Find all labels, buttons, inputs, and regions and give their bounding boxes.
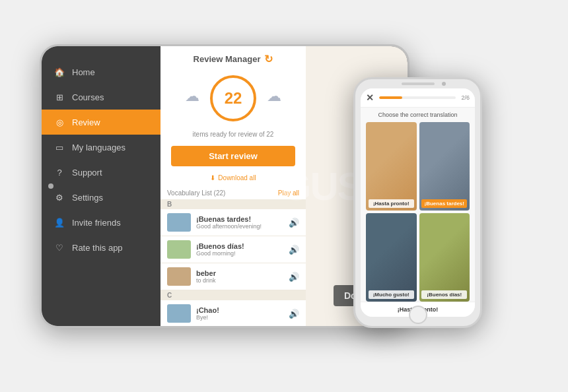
photo-card-label-2: ¡Buenas tardes! bbox=[421, 199, 467, 208]
sidebar-label-settings: Settings bbox=[72, 193, 103, 203]
vocab-word-4: ¡Chao! bbox=[196, 306, 283, 314]
cloud-right-icon: ☁ bbox=[267, 88, 281, 105]
review-manager-header: Review Manager ↻ bbox=[160, 46, 306, 69]
review-count: 22 bbox=[225, 89, 242, 108]
tablet-home-button[interactable] bbox=[48, 183, 53, 189]
vocab-word-3: beber bbox=[196, 269, 283, 277]
support-icon: ? bbox=[53, 166, 65, 178]
play-all-button[interactable]: Play all bbox=[278, 189, 299, 197]
phone-speaker bbox=[402, 82, 435, 85]
download-icon: ⬇ bbox=[210, 174, 215, 181]
photo-card-label-3: ¡Mucho gusto! bbox=[369, 290, 414, 299]
review-panel: Review Manager ↻ ☁ 22 ☁ items ready for … bbox=[160, 46, 306, 326]
phone: ✕ 2/6 Choose the correct translation ¡Ha… bbox=[353, 77, 482, 328]
sidebar-item-review[interactable]: ◎ Review bbox=[42, 110, 160, 135]
vocab-translation-4: Bye! bbox=[196, 314, 283, 321]
close-button[interactable]: ✕ bbox=[366, 92, 374, 103]
sidebar-label-review: Review bbox=[72, 117, 100, 127]
phone-screen: ✕ 2/6 Choose the correct translation ¡Ha… bbox=[361, 88, 475, 317]
review-icon: ◎ bbox=[53, 116, 65, 128]
sidebar-item-invite-friends[interactable]: 👤 Invite friends bbox=[42, 210, 160, 235]
sidebar-item-courses[interactable]: ⊞ Courses bbox=[42, 84, 160, 110]
photo-card-buenas-tardes[interactable]: ¡Buenas tardes! bbox=[419, 122, 470, 211]
speaker-icon-2[interactable]: 🔊 bbox=[289, 245, 299, 255]
photo-grid: ¡Hasta pronto! ¡Buenas tardes! ¡Mucho gu… bbox=[361, 122, 475, 302]
vocab-item-buenas-tardes[interactable]: ¡Buenas tardes! Good afternoon/evening! … bbox=[160, 209, 306, 236]
sidebar-label-home: Home bbox=[72, 67, 95, 77]
phone-app-header: ✕ 2/6 bbox=[361, 88, 475, 108]
photo-card-buenos-dias[interactable]: ¡Buenos días! bbox=[419, 213, 470, 302]
rate-icon: ♡ bbox=[53, 242, 65, 253]
sidebar-label-support: Support bbox=[72, 168, 102, 178]
download-all-link[interactable]: ⬇ Download all bbox=[160, 172, 306, 187]
vocab-text-buenos-dias: ¡Buenos días! Good morning! bbox=[196, 242, 283, 257]
courses-icon: ⊞ bbox=[53, 91, 65, 103]
photo-card-mucho-gusto[interactable]: ¡Mucho gusto! bbox=[366, 213, 417, 302]
progress-bar bbox=[379, 96, 456, 99]
vocab-img-chao bbox=[167, 304, 191, 323]
vocab-img-buenas-tardes bbox=[167, 213, 191, 232]
section-b-1: B bbox=[160, 199, 306, 209]
review-count-circle: 22 bbox=[210, 75, 256, 121]
speaker-icon[interactable]: 🔊 bbox=[289, 218, 299, 228]
vocab-img-beber bbox=[167, 267, 191, 286]
sidebar-label-languages: My languages bbox=[72, 143, 125, 152]
home-icon: 🏠 bbox=[53, 66, 65, 78]
review-subtitle: items ready for review of 22 bbox=[160, 128, 306, 143]
vocab-img-buenos-dias bbox=[167, 240, 191, 259]
cloud-left-icon: ☁ bbox=[185, 88, 199, 105]
vocab-text-chao: ¡Chao! Bye! bbox=[196, 306, 283, 321]
review-circle-container: ☁ 22 ☁ bbox=[160, 69, 306, 128]
sidebar-item-settings[interactable]: ⚙ Settings bbox=[42, 185, 160, 210]
section-c: C bbox=[160, 290, 306, 300]
sidebar-item-my-languages[interactable]: ▭ My languages bbox=[42, 135, 160, 160]
vocab-translation: Good afternoon/evening! bbox=[196, 223, 283, 230]
speaker-icon-3[interactable]: 🔊 bbox=[289, 272, 299, 282]
vocab-item-beber[interactable]: beber to drink 🔊 bbox=[160, 263, 306, 290]
tablet-screen: 🏠 Home ⊞ Courses ◎ Review ▭ My languages… bbox=[42, 46, 408, 326]
vocab-text-buenas-tardes: ¡Buenas tardes! Good afternoon/evening! bbox=[196, 215, 283, 230]
phone-app: ✕ 2/6 Choose the correct translation ¡Ha… bbox=[361, 88, 475, 317]
review-manager-title: Review Manager bbox=[194, 54, 261, 64]
speaker-icon-4[interactable]: 🔊 bbox=[289, 309, 299, 319]
sidebar-label-invite: Invite friends bbox=[72, 218, 121, 228]
start-review-button[interactable]: Start review bbox=[171, 146, 295, 166]
scene: 🏠 Home ⊞ Courses ◎ Review ▭ My languages… bbox=[26, 24, 542, 368]
sidebar: 🏠 Home ⊞ Courses ◎ Review ▭ My languages… bbox=[42, 46, 160, 326]
progress-bar-fill bbox=[379, 96, 402, 99]
vocab-translation-3: to drink bbox=[196, 277, 283, 284]
vocab-item-buenos-dias[interactable]: ¡Buenos días! Good morning! 🔊 bbox=[160, 236, 306, 263]
vocab-word-2: ¡Buenos días! bbox=[196, 242, 283, 250]
photo-card-label-4: ¡Buenos días! bbox=[421, 290, 467, 299]
vocab-header: Vocabulary List (22) Play all bbox=[160, 187, 306, 199]
sidebar-item-rate-app[interactable]: ♡ Rate this app bbox=[42, 235, 160, 260]
vocab-translation-2: Good morning! bbox=[196, 250, 283, 257]
phone-question: Choose the correct translation bbox=[361, 108, 475, 122]
vocab-word: ¡Buenas tardes! bbox=[196, 215, 283, 223]
sidebar-label-courses: Courses bbox=[72, 92, 104, 102]
sidebar-item-support[interactable]: ? Support bbox=[42, 160, 160, 185]
languages-icon: ▭ bbox=[53, 141, 65, 153]
sidebar-item-home[interactable]: 🏠 Home bbox=[42, 59, 160, 84]
settings-icon: ⚙ bbox=[53, 191, 65, 203]
vocab-text-beber: beber to drink bbox=[196, 269, 283, 284]
photo-card-label-1: ¡Hasta pronto! bbox=[369, 199, 414, 208]
photo-card-hasta-pronto[interactable]: ¡Hasta pronto! bbox=[366, 122, 417, 211]
phone-camera bbox=[442, 82, 446, 86]
phone-home-button[interactable] bbox=[409, 306, 427, 324]
invite-icon: 👤 bbox=[53, 216, 65, 228]
refresh-icon: ↻ bbox=[264, 53, 273, 65]
vocab-item-chao[interactable]: ¡Chao! Bye! 🔊 bbox=[160, 300, 306, 326]
sidebar-label-rate: Rate this app bbox=[72, 243, 123, 253]
vocab-list-label: Vocabulary List (22) bbox=[167, 189, 225, 197]
progress-text: 2/6 bbox=[461, 94, 470, 101]
